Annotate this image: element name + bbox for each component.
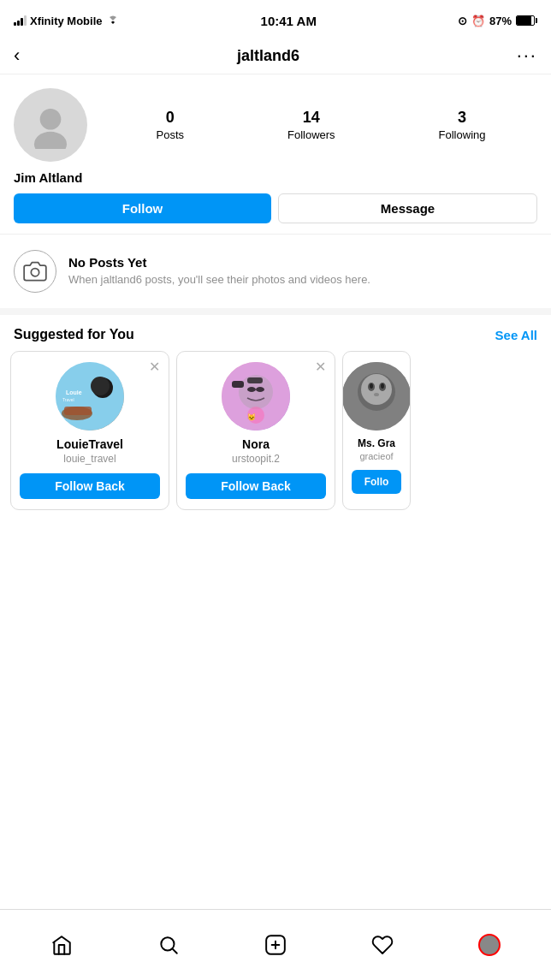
svg-rect-14 bbox=[232, 381, 244, 388]
follow-back-louietravel[interactable]: Follow Back bbox=[20, 473, 160, 499]
location-icon: ⊙ bbox=[458, 15, 467, 27]
svg-point-0 bbox=[40, 109, 62, 130]
card-username-louietravel: LouieTravel bbox=[56, 437, 123, 451]
follow-button[interactable]: Follow bbox=[14, 193, 271, 223]
wifi-icon bbox=[106, 15, 120, 26]
suggested-card-louietravel: ✕ Louie Travel LouieTravel louie_travel … bbox=[10, 351, 169, 510]
profile-stats: 0 Posts 14 Followers 3 Following bbox=[104, 109, 537, 141]
close-card-louietravel[interactable]: ✕ bbox=[149, 359, 160, 375]
card-username-nora: Nora bbox=[242, 437, 270, 451]
nav-bar: ‹ jaltland6 ··· bbox=[0, 38, 551, 74]
nav-profile[interactable] bbox=[465, 927, 514, 963]
camera-icon-container bbox=[14, 250, 56, 293]
svg-point-7 bbox=[91, 377, 110, 395]
card-avatar-louietravel: Louie Travel bbox=[56, 362, 124, 431]
profile-username-title: jaltland6 bbox=[237, 47, 299, 65]
card-handle-msgrace: gracieof bbox=[359, 451, 393, 461]
nav-activity[interactable] bbox=[358, 927, 407, 963]
no-posts-description: When jaltland6 posts, you'll see their p… bbox=[68, 272, 370, 288]
svg-point-25 bbox=[374, 393, 379, 396]
card-handle-louietravel: louie_travel bbox=[63, 453, 116, 465]
profile-avatar-small bbox=[478, 934, 501, 956]
svg-point-2 bbox=[31, 269, 39, 276]
signal-bars bbox=[14, 15, 27, 26]
heart-icon bbox=[371, 934, 394, 956]
card-username-msgrace: Ms. Gra bbox=[358, 437, 395, 449]
no-posts-text: No Posts Yet When jaltland6 posts, you'l… bbox=[68, 255, 370, 288]
more-options-button[interactable]: ··· bbox=[517, 45, 537, 67]
svg-point-24 bbox=[381, 383, 384, 389]
svg-rect-5 bbox=[64, 407, 92, 415]
status-right: ⊙ ⏰ 87% bbox=[458, 15, 537, 27]
svg-rect-15 bbox=[247, 377, 263, 383]
status-left: Xfinity Mobile bbox=[14, 15, 120, 27]
card-avatar-nora: 🐱 bbox=[222, 362, 290, 431]
nav-home[interactable] bbox=[37, 927, 86, 963]
avatar bbox=[14, 88, 87, 162]
status-bar: Xfinity Mobile 10:41 AM ⊙ ⏰ 87% bbox=[0, 0, 551, 38]
camera-icon bbox=[23, 259, 47, 283]
followers-stat[interactable]: 14 Followers bbox=[287, 109, 335, 141]
add-icon bbox=[264, 934, 287, 956]
alarm-icon: ⏰ bbox=[471, 15, 485, 27]
svg-rect-3 bbox=[56, 362, 124, 431]
svg-text:🐱: 🐱 bbox=[247, 413, 256, 421]
followers-count: 14 bbox=[303, 109, 320, 127]
nav-add[interactable] bbox=[251, 927, 300, 963]
suggested-header: Suggested for You See All bbox=[0, 315, 551, 351]
home-icon bbox=[50, 934, 73, 956]
back-button[interactable]: ‹ bbox=[14, 45, 20, 67]
svg-point-12 bbox=[247, 387, 256, 392]
posts-label: Posts bbox=[156, 128, 184, 141]
card-handle-nora: urstoopit.2 bbox=[232, 453, 280, 465]
follow-back-nora[interactable]: Follow Back bbox=[186, 473, 326, 499]
follow-back-msgrace[interactable]: Follo bbox=[352, 470, 401, 494]
status-time: 10:41 AM bbox=[261, 14, 317, 28]
card-avatar-msgrace bbox=[342, 362, 411, 431]
svg-point-23 bbox=[370, 383, 373, 389]
svg-point-20 bbox=[361, 374, 392, 405]
close-card-nora[interactable]: ✕ bbox=[315, 359, 326, 375]
profile-display-name: Jim Altland bbox=[14, 170, 537, 185]
suggested-card-nora: ✕ 🐱 Nora urstoopit.2 Follow Back bbox=[176, 351, 335, 510]
following-label: Following bbox=[439, 128, 486, 141]
following-count: 3 bbox=[458, 109, 466, 127]
profile-actions: Follow Message bbox=[14, 193, 537, 223]
svg-point-1 bbox=[34, 132, 67, 149]
followers-label: Followers bbox=[287, 128, 335, 141]
following-stat[interactable]: 3 Following bbox=[439, 109, 486, 141]
nav-search[interactable] bbox=[144, 927, 193, 963]
suggested-card-msgrace: Ms. Gra gracieof Follo bbox=[342, 351, 411, 510]
avatar-image bbox=[27, 101, 74, 149]
svg-point-13 bbox=[256, 387, 264, 392]
no-posts-section: No Posts Yet When jaltland6 posts, you'l… bbox=[0, 234, 551, 315]
see-all-button[interactable]: See All bbox=[495, 328, 537, 342]
battery-percent: 87% bbox=[489, 15, 512, 27]
bottom-nav bbox=[0, 909, 551, 980]
suggested-title: Suggested for You bbox=[14, 327, 134, 342]
search-icon bbox=[157, 934, 180, 956]
no-posts-title: No Posts Yet bbox=[68, 255, 370, 270]
profile-section: 0 Posts 14 Followers 3 Following Jim Alt… bbox=[0, 74, 551, 234]
posts-stat: 0 Posts bbox=[156, 109, 184, 141]
profile-header: 0 Posts 14 Followers 3 Following bbox=[14, 88, 537, 162]
suggested-scroll: ✕ Louie Travel LouieTravel louie_travel … bbox=[0, 351, 551, 524]
carrier-name: Xfinity Mobile bbox=[30, 15, 103, 27]
svg-text:Travel: Travel bbox=[62, 397, 74, 402]
message-button[interactable]: Message bbox=[278, 193, 537, 223]
svg-text:Louie: Louie bbox=[66, 389, 82, 395]
posts-count: 0 bbox=[166, 109, 175, 127]
battery-icon bbox=[516, 15, 537, 26]
